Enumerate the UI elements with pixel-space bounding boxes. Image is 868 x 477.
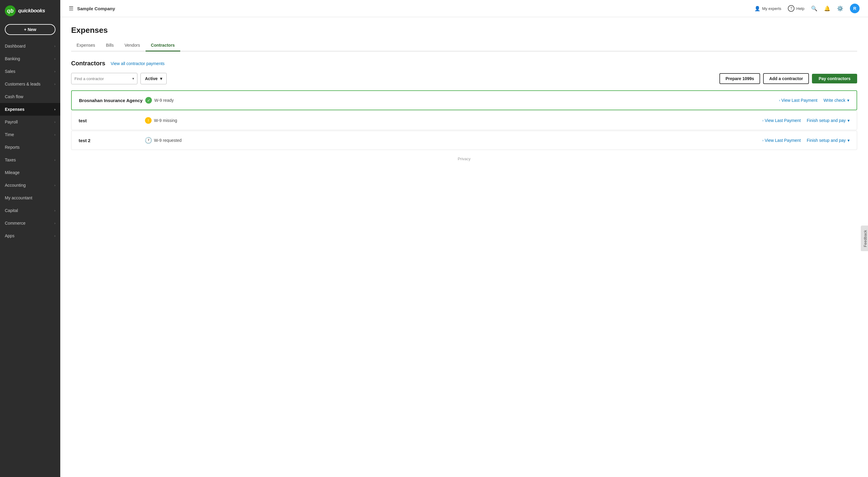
sidebar-item-label: Accounting (5, 183, 26, 188)
chevron-right-icon: › (54, 133, 56, 136)
sidebar-item-customers-and-leads[interactable]: Customers & leads› (0, 78, 60, 90)
contractor-action-label: Write check (824, 98, 845, 103)
my-experts-label: My experts (762, 6, 781, 11)
tab-contractors[interactable]: Contractors (146, 40, 180, 52)
find-contractor-input[interactable] (74, 76, 130, 81)
sidebar-item-taxes[interactable]: Taxes› (0, 154, 60, 166)
sidebar-item-label: Taxes (5, 158, 16, 162)
sidebar-item-my-accountant[interactable]: My accountant (0, 192, 60, 204)
sidebar-item-reports[interactable]: Reports (0, 141, 60, 154)
contractor-actions: › View Last PaymentFinish setup and pay … (763, 118, 849, 123)
svg-text:qb: qb (7, 8, 13, 14)
sidebar-item-label: Time (5, 132, 14, 137)
sidebar-item-sales[interactable]: Sales› (0, 65, 60, 78)
sidebar-item-payroll[interactable]: Payroll› (0, 116, 60, 128)
contractor-status: 🕐W-9 requested (145, 137, 763, 144)
chevron-right-icon: › (54, 234, 56, 238)
chevron-right-icon: › (54, 158, 56, 162)
chevron-right-icon: › (54, 70, 56, 73)
contractor-name: test (79, 118, 145, 123)
add-contractor-button[interactable]: Add a contractor (763, 73, 809, 84)
new-button[interactable]: + New (5, 24, 56, 35)
page-title: Expenses (71, 26, 857, 35)
view-last-payment-link[interactable]: › View Last Payment (779, 98, 817, 103)
tab-bills[interactable]: Bills (100, 40, 119, 52)
tab-vendors[interactable]: Vendors (119, 40, 145, 52)
contractor-status: !W-9 missing (145, 117, 763, 124)
settings-button[interactable]: ⚙️ (837, 5, 843, 12)
action-dropdown-icon: ▾ (847, 98, 849, 103)
search-button[interactable]: 🔍 (811, 5, 817, 12)
gear-icon: ⚙️ (837, 5, 843, 12)
company-name: Sample Company (77, 6, 754, 11)
sidebar-item-label: Cash flow (5, 94, 23, 99)
view-last-payment-link[interactable]: › View Last Payment (763, 118, 801, 123)
find-contractor-dropdown-arrow[interactable]: ▾ (132, 76, 134, 81)
view-all-payments-link[interactable]: View all contractor payments (111, 61, 164, 66)
sidebar-item-time[interactable]: Time› (0, 128, 60, 141)
active-filter-chevron-icon: ▾ (160, 76, 162, 81)
status-icon: 🕐 (145, 137, 152, 144)
status-text: W-9 missing (154, 118, 177, 123)
topbar-actions: 👤 My experts ? Help 🔍 🔔 ⚙️ R (754, 4, 860, 13)
contractor-action-button[interactable]: Write check ▾ (824, 98, 849, 103)
contractor-status: ✓W-9 ready (145, 97, 779, 104)
contractor-actions: › View Last PaymentFinish setup and pay … (763, 138, 849, 143)
contractor-name: test 2 (79, 138, 145, 143)
sidebar-item-cash-flow[interactable]: Cash flow (0, 90, 60, 103)
chevron-right-icon: › (54, 209, 56, 212)
search-icon: 🔍 (811, 5, 817, 12)
sidebar-item-mileage[interactable]: Mileage (0, 166, 60, 179)
help-icon: ? (788, 5, 795, 12)
action-dropdown-icon: ▾ (847, 118, 849, 123)
sidebar-item-accounting[interactable]: Accounting› (0, 179, 60, 192)
sidebar-item-expenses[interactable]: Expenses› (0, 103, 60, 116)
find-contractor-wrapper: ▾ (71, 73, 137, 84)
sidebar-nav: Dashboard›Banking›Sales›Customers & lead… (0, 40, 60, 242)
privacy-text: Privacy (458, 157, 471, 161)
chevron-right-small-icon: › (763, 118, 764, 122)
status-text: W-9 requested (154, 138, 182, 143)
topbar: ☰ Sample Company 👤 My experts ? Help 🔍 🔔… (60, 0, 868, 17)
sidebar-item-capital[interactable]: Capital› (0, 204, 60, 217)
person-icon: 👤 (754, 6, 761, 11)
contractors-section-heading: Contractors View all contractor payments (71, 60, 857, 67)
sidebar-item-label: My accountant (5, 196, 32, 200)
main-content: ☰ Sample Company 👤 My experts ? Help 🔍 🔔… (60, 0, 868, 477)
status-icon: ! (145, 117, 152, 124)
active-filter-dropdown[interactable]: Active ▾ (141, 73, 167, 84)
bell-icon: 🔔 (824, 5, 830, 12)
tab-expenses[interactable]: Expenses (71, 40, 100, 52)
prepare-1099s-button[interactable]: Prepare 1099s (719, 73, 760, 84)
menu-icon[interactable]: ☰ (69, 5, 73, 12)
quickbooks-wordmark: quickbooks (18, 8, 45, 14)
sidebar-item-label: Customers & leads (5, 81, 40, 87)
contractor-action-label: Finish setup and pay (807, 138, 846, 143)
notifications-button[interactable]: 🔔 (824, 5, 830, 12)
chevron-right-small-icon: › (779, 99, 780, 102)
chevron-right-icon: › (54, 222, 56, 225)
pay-contractors-button[interactable]: Pay contractors (812, 74, 857, 83)
contractor-action-label: Finish setup and pay (807, 118, 846, 123)
sidebar-logo: qb quickbooks (0, 0, 60, 22)
sidebar-item-label: Sales (5, 69, 16, 74)
tabs-bar: ExpensesBillsVendorsContractors (71, 40, 857, 52)
feedback-tab[interactable]: Feedback (861, 226, 868, 251)
contractor-action-button[interactable]: Finish setup and pay ▾ (807, 138, 849, 143)
chevron-right-icon: › (54, 57, 56, 61)
help-button[interactable]: ? Help (788, 5, 804, 12)
my-experts-button[interactable]: 👤 My experts (754, 6, 781, 11)
sidebar: qb quickbooks + New Dashboard›Banking›Sa… (0, 0, 60, 477)
contractor-action-button[interactable]: Finish setup and pay ▾ (807, 118, 849, 123)
sidebar-item-apps[interactable]: Apps› (0, 230, 60, 242)
sidebar-item-dashboard[interactable]: Dashboard› (0, 40, 60, 53)
sidebar-item-banking[interactable]: Banking› (0, 53, 60, 65)
status-icon: ✓ (145, 97, 152, 104)
user-avatar[interactable]: R (850, 4, 860, 13)
help-label: Help (796, 6, 804, 11)
chevron-right-icon: › (54, 107, 56, 111)
contractor-list: Brosnahan Insurance Agency✓W-9 ready› Vi… (71, 90, 857, 150)
view-last-payment-link[interactable]: › View Last Payment (763, 138, 801, 143)
sidebar-item-label: Dashboard (5, 44, 26, 48)
sidebar-item-commerce[interactable]: Commerce› (0, 217, 60, 230)
